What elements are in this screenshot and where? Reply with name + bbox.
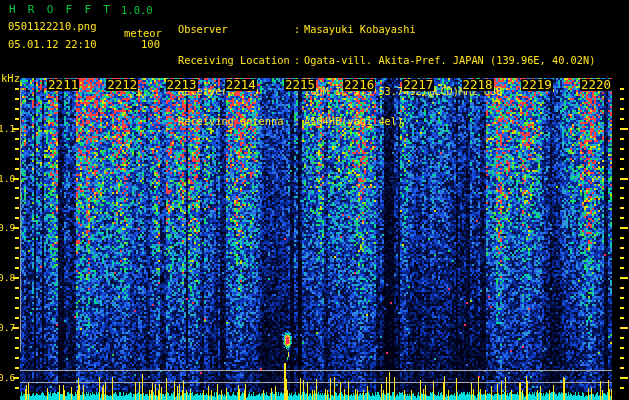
- station-value: ICOM IC-575 53.7492(@LCD)MHz USB: [304, 85, 502, 97]
- freq-unit-label: kHz: [1, 72, 20, 84]
- station-row: Receiving Location:Ogata-vill. Akita-Pre…: [178, 55, 595, 65]
- station-separator: :: [294, 55, 304, 65]
- app-title: H R O F F T: [9, 3, 113, 16]
- station-row: Receiving antenna:A504HB(yagi 4el): [178, 116, 595, 126]
- output-filename: 0501122210.png: [8, 20, 97, 32]
- station-row: Receiver:ICOM IC-575 53.7492(@LCD)MHz US…: [178, 86, 595, 96]
- station-separator: :: [294, 116, 304, 126]
- app-version: 1.0.0: [121, 4, 153, 16]
- station-info: Observer:Masayuki Kobayashi Receiving Lo…: [178, 4, 595, 147]
- station-value: Masayuki Kobayashi: [304, 23, 416, 35]
- station-label: Receiving Location: [178, 55, 294, 65]
- sample-rate-value: 100: [141, 38, 160, 50]
- station-value: A504HB(yagi 4el): [304, 115, 403, 127]
- station-separator: :: [294, 24, 304, 34]
- hrofft-screen: H R O F F T 1.0.0 0501122210.png meteor …: [0, 0, 629, 400]
- station-row: Observer:Masayuki Kobayashi: [178, 24, 595, 34]
- station-label: Observer: [178, 24, 294, 34]
- station-label: Receiver: [178, 86, 294, 96]
- station-label: Receiving antenna: [178, 116, 294, 126]
- station-value: Ogata-vill. Akita-Pref. JAPAN (139.96E, …: [304, 54, 595, 66]
- station-separator: :: [294, 86, 304, 96]
- datetime-label: 05.01.12 22:10: [8, 38, 97, 50]
